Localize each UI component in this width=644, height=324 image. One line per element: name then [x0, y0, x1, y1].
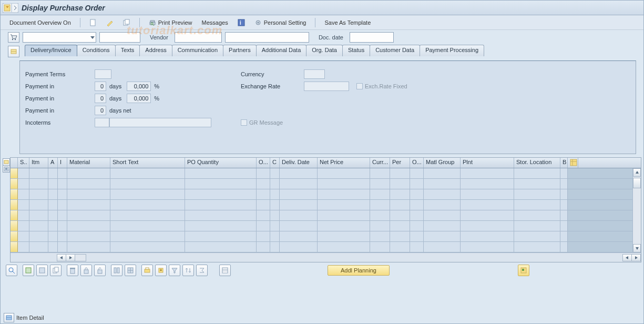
cell-itm[interactable] [29, 179, 48, 189]
row-selector[interactable] [11, 189, 18, 199]
cell-itm[interactable] [29, 210, 48, 220]
cell-shorttext[interactable] [110, 242, 185, 252]
tab-address[interactable]: Address [139, 45, 172, 56]
scroll-thumb-h[interactable] [75, 254, 86, 261]
table-row[interactable] [11, 231, 632, 242]
doc-type-combo[interactable] [23, 32, 96, 43]
cell-itm[interactable] [29, 168, 48, 178]
cell-b[interactable] [560, 179, 568, 189]
cell-a[interactable] [48, 189, 58, 199]
col-c[interactable]: C [270, 158, 280, 168]
cell-s[interactable] [18, 179, 29, 189]
cell-plnt[interactable] [461, 242, 514, 252]
cell-poqty[interactable] [185, 200, 257, 210]
cell-c[interactable] [270, 242, 280, 252]
expand-items-icon[interactable] [3, 158, 10, 166]
cell-s[interactable] [18, 242, 29, 252]
messages-button[interactable]: Messages [198, 18, 232, 27]
doc-number-field[interactable] [99, 32, 140, 43]
cell-material[interactable] [67, 242, 110, 252]
cell-o[interactable] [257, 168, 270, 178]
col-i[interactable]: I [58, 158, 67, 168]
cell-poqty[interactable] [185, 189, 257, 199]
default-values-icon[interactable] [518, 265, 529, 276]
cell-itm[interactable] [29, 242, 48, 252]
cell-c[interactable] [270, 221, 280, 231]
cell-netprice[interactable] [318, 221, 370, 231]
tab-custdata[interactable]: Customer Data [370, 45, 420, 56]
cell-i[interactable] [58, 200, 67, 210]
deselect-all-icon[interactable] [36, 265, 48, 276]
cell-delivdate[interactable] [280, 189, 318, 199]
col-plnt[interactable]: Plnt [461, 158, 514, 168]
cell-poqty[interactable] [185, 221, 257, 231]
cell-material[interactable] [67, 200, 110, 210]
cell-storloc[interactable] [514, 242, 560, 252]
cell-poqty[interactable] [185, 210, 257, 220]
select-all-rows-icon[interactable] [23, 265, 34, 276]
cell-netprice[interactable] [318, 168, 370, 178]
cell-netprice[interactable] [318, 200, 370, 210]
sum-icon[interactable] [196, 265, 208, 276]
cell-shorttext[interactable] [110, 168, 185, 178]
cell-plnt[interactable] [461, 179, 514, 189]
cell-o[interactable] [257, 210, 270, 220]
exchange-rate-field[interactable] [304, 82, 349, 91]
cell-shorttext[interactable] [110, 189, 185, 199]
columns-icon[interactable] [125, 265, 136, 276]
tab-conditions[interactable]: Conditions [77, 45, 116, 56]
cell-poqty[interactable] [185, 231, 257, 241]
tab-orgdata[interactable]: Org. Data [306, 45, 343, 56]
row-selector[interactable] [11, 200, 18, 210]
item-detail-toggle-icon[interactable] [4, 313, 14, 322]
scroll-right-icon[interactable] [66, 254, 75, 261]
table-row[interactable] [11, 189, 632, 200]
col-netprice[interactable]: Net Price [318, 158, 370, 168]
table-row[interactable] [11, 168, 632, 179]
cell-s[interactable] [18, 189, 29, 199]
cell-o2[interactable] [410, 179, 424, 189]
cell-curr[interactable] [370, 179, 390, 189]
tab-payproc[interactable]: Payment Processing [420, 45, 484, 56]
scroll-left-end-icon[interactable] [622, 254, 632, 261]
tab-texts[interactable]: Texts [115, 45, 140, 56]
sort-icon[interactable] [182, 265, 194, 276]
cell-netprice[interactable] [318, 210, 370, 220]
cell-delivdate[interactable] [280, 242, 318, 252]
cell-delivdate[interactable] [280, 231, 318, 241]
grid-vscroll[interactable] [632, 168, 641, 252]
cell-netprice[interactable] [318, 231, 370, 241]
menu-icon[interactable] [3, 3, 18, 13]
item-grid[interactable]: S..ItmAIMaterialShort TextPO QuantityO..… [10, 157, 641, 262]
cell-per[interactable] [390, 200, 410, 210]
cell-shorttext[interactable] [110, 221, 185, 231]
payment-in-pct-2[interactable] [127, 94, 151, 103]
col-b[interactable]: B [560, 158, 568, 168]
cell-c[interactable] [270, 200, 280, 210]
cell-curr[interactable] [370, 168, 390, 178]
cell-a[interactable] [48, 179, 58, 189]
vendor-name-field[interactable] [225, 32, 309, 43]
scroll-up-icon[interactable] [633, 168, 641, 177]
cell-storloc[interactable] [514, 231, 560, 241]
cell-delivdate[interactable] [280, 200, 318, 210]
other-po-icon[interactable] [119, 17, 134, 28]
print-icon[interactable] [141, 265, 153, 276]
cell-shorttext[interactable] [110, 200, 185, 210]
cell-shorttext[interactable] [110, 231, 185, 241]
cell-s[interactable] [18, 210, 29, 220]
cell-delivdate[interactable] [280, 221, 318, 231]
copy-row-icon[interactable] [50, 265, 62, 276]
col-a[interactable]: A [48, 158, 58, 168]
cell-plnt[interactable] [461, 200, 514, 210]
cell-o2[interactable] [410, 231, 424, 241]
cell-o[interactable] [257, 179, 270, 189]
cell-matlgroup[interactable] [424, 179, 461, 189]
cell-material[interactable] [67, 179, 110, 189]
vendor-code-field[interactable] [175, 32, 222, 43]
row-selector[interactable] [11, 231, 18, 241]
cell-storloc[interactable] [514, 179, 560, 189]
cell-s[interactable] [18, 231, 29, 241]
cell-matlgroup[interactable] [424, 242, 461, 252]
cell-a[interactable] [48, 168, 58, 178]
